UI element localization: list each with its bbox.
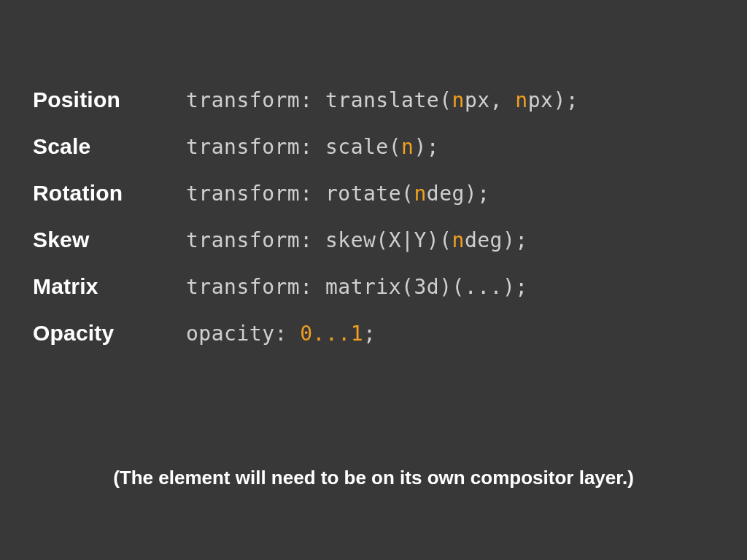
property-label: Rotation: [33, 181, 186, 206]
code-text: px);: [528, 88, 578, 112]
code-variable: n: [515, 88, 527, 112]
code-text: transform: rotate(: [186, 182, 414, 206]
code-snippet: transform: matrix(3d)(...);: [186, 275, 528, 299]
code-text: deg);: [427, 182, 490, 206]
code-snippet: opacity: 0...1;: [186, 322, 376, 346]
code-text: transform: skew(X|Y)(: [186, 228, 452, 252]
code-variable: 0...1: [300, 322, 363, 346]
property-label: Scale: [33, 134, 186, 159]
list-item: Positiontransform: translate(npx, npx);: [33, 88, 714, 112]
code-text: transform: scale(: [186, 135, 401, 159]
code-variable: n: [452, 88, 465, 112]
code-text: opacity:: [186, 322, 300, 346]
list-item: Rotationtransform: rotate(ndeg);: [33, 181, 714, 206]
code-text: transform: translate(: [186, 88, 452, 112]
list-item: Scaletransform: scale(n);: [33, 134, 714, 159]
list-item: Opacityopacity: 0...1;: [33, 321, 714, 346]
code-text: transform: matrix(3d)(...);: [186, 275, 528, 299]
code-text: px,: [465, 88, 515, 112]
property-label: Opacity: [33, 321, 186, 346]
code-snippet: transform: skew(X|Y)(ndeg);: [186, 228, 528, 252]
code-text: );: [414, 135, 439, 159]
property-label: Skew: [33, 228, 186, 252]
property-label: Position: [33, 88, 186, 112]
code-snippet: transform: rotate(ndeg);: [186, 182, 490, 206]
list-item: Skewtransform: skew(X|Y)(ndeg);: [33, 228, 714, 252]
code-variable: n: [414, 182, 426, 206]
code-variable: n: [401, 135, 414, 159]
code-snippet: transform: scale(n);: [186, 135, 439, 159]
list-item: Matrixtransform: matrix(3d)(...);: [33, 274, 714, 299]
slide: Positiontransform: translate(npx, npx);S…: [0, 0, 747, 560]
code-text: ;: [363, 322, 376, 346]
property-label: Matrix: [33, 274, 186, 299]
code-snippet: transform: translate(npx, npx);: [186, 88, 578, 112]
code-variable: n: [452, 228, 465, 252]
code-text: deg);: [465, 228, 528, 252]
footnote: (The element will need to be on its own …: [0, 467, 747, 489]
property-list: Positiontransform: translate(npx, npx);S…: [33, 88, 714, 346]
